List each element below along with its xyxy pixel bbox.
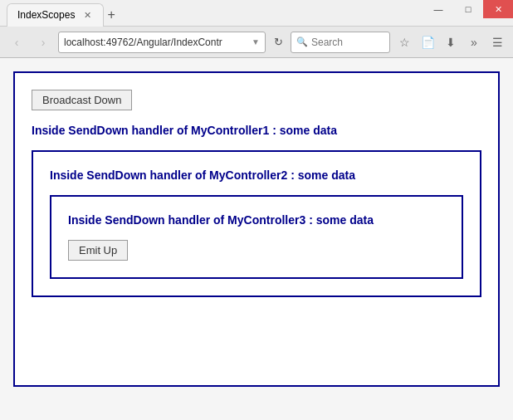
search-bar[interactable]: 🔍 [291,32,390,53]
download-button[interactable]: ⬇ [440,32,462,53]
star-button[interactable]: ☆ [393,32,415,53]
controller1-message: Inside SendDown handler of MyController1… [32,124,481,137]
minimize-button[interactable]: — [423,0,453,18]
forward-button[interactable]: › [32,31,55,54]
browser-content: Broadcast Down Inside SendDown handler o… [0,58,513,420]
close-button[interactable]: ✕ [483,0,513,18]
refresh-button[interactable]: ↻ [269,33,287,51]
navigation-bar: ‹ › localhost:49762/Angular/IndexContr ▼… [0,27,513,58]
inner-controller-box: Inside SendDown handler of MyController3… [50,195,463,279]
tab-close-button[interactable]: ✕ [81,9,93,21]
url-text: localhost:49762/Angular/IndexContr [64,37,248,48]
url-dropdown-icon[interactable]: ▼ [252,37,260,46]
controller3-message: Inside SendDown handler of MyController3… [68,213,445,227]
more-button[interactable]: » [463,32,485,53]
nav-icons: ☆ 📄 ⬇ » ☰ [393,32,508,53]
middle-controller-box: Inside SendDown handler of MyController2… [32,150,481,297]
tab-title: IndexScopes [17,9,75,21]
reader-button[interactable]: 📄 [417,32,438,53]
url-bar[interactable]: localhost:49762/Angular/IndexContr ▼ [58,32,266,53]
controller2-message: Inside SendDown handler of MyController2… [50,168,463,182]
menu-button[interactable]: ☰ [486,32,508,53]
outer-controller-box: Broadcast Down Inside SendDown handler o… [13,71,500,387]
search-icon: 🔍 [296,37,308,47]
maximize-button[interactable]: □ [453,0,483,18]
browser-tab[interactable]: IndexScopes ✕ [7,3,104,27]
new-tab-button[interactable]: + [107,7,115,22]
search-input[interactable] [311,37,378,48]
emit-up-button[interactable]: Emit Up [68,240,128,261]
back-button[interactable]: ‹ [5,31,28,54]
window-controls: — □ ✕ [423,0,513,27]
broadcast-down-button[interactable]: Broadcast Down [32,90,132,110]
title-bar: IndexScopes ✕ + — □ ✕ [0,0,513,27]
